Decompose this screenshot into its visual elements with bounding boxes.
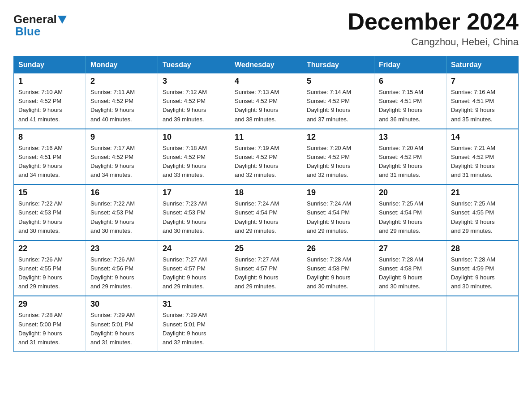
day-info: Sunrise: 7:27 AM Sunset: 4:57 PM Dayligh…	[163, 256, 207, 290]
calendar-cell: 12 Sunrise: 7:20 AM Sunset: 4:52 PM Dayl…	[302, 129, 374, 185]
calendar-cell: 31 Sunrise: 7:29 AM Sunset: 5:01 PM Dayl…	[158, 296, 230, 351]
calendar-cell	[302, 296, 374, 351]
calendar-cell: 15 Sunrise: 7:22 AM Sunset: 4:53 PM Dayl…	[14, 184, 86, 240]
day-info: Sunrise: 7:24 AM Sunset: 4:54 PM Dayligh…	[235, 200, 279, 234]
calendar-cell: 30 Sunrise: 7:29 AM Sunset: 5:01 PM Dayl…	[86, 296, 158, 351]
calendar-cell: 1 Sunrise: 7:10 AM Sunset: 4:52 PM Dayli…	[14, 73, 86, 129]
day-number: 8	[18, 133, 81, 142]
day-number: 28	[451, 244, 514, 253]
day-info: Sunrise: 7:12 AM Sunset: 4:52 PM Dayligh…	[163, 89, 207, 122]
day-info: Sunrise: 7:18 AM Sunset: 4:52 PM Dayligh…	[163, 145, 207, 178]
calendar-cell	[374, 296, 446, 351]
calendar-cell: 3 Sunrise: 7:12 AM Sunset: 4:52 PM Dayli…	[158, 73, 230, 129]
day-info: Sunrise: 7:28 AM Sunset: 4:58 PM Dayligh…	[307, 256, 351, 290]
day-number: 2	[90, 77, 153, 86]
logo-triangle-icon	[58, 16, 67, 24]
day-number: 23	[90, 244, 153, 253]
calendar-week-row: 29 Sunrise: 7:28 AM Sunset: 5:00 PM Dayl…	[14, 296, 519, 351]
day-info: Sunrise: 7:15 AM Sunset: 4:51 PM Dayligh…	[379, 89, 423, 122]
calendar-week-row: 22 Sunrise: 7:26 AM Sunset: 4:55 PM Dayl…	[14, 240, 519, 296]
day-info: Sunrise: 7:29 AM Sunset: 5:01 PM Dayligh…	[90, 312, 135, 345]
day-number: 29	[18, 300, 81, 309]
calendar-cell: 22 Sunrise: 7:26 AM Sunset: 4:55 PM Dayl…	[14, 240, 86, 296]
calendar-cell: 25 Sunrise: 7:27 AM Sunset: 4:57 PM Dayl…	[230, 240, 302, 296]
day-info: Sunrise: 7:22 AM Sunset: 4:53 PM Dayligh…	[18, 200, 63, 234]
day-number: 9	[90, 133, 153, 142]
day-number: 6	[379, 77, 442, 86]
day-info: Sunrise: 7:24 AM Sunset: 4:54 PM Dayligh…	[307, 200, 351, 234]
calendar-cell: 2 Sunrise: 7:11 AM Sunset: 4:52 PM Dayli…	[86, 73, 158, 129]
day-info: Sunrise: 7:27 AM Sunset: 4:57 PM Dayligh…	[235, 256, 279, 290]
day-number: 16	[90, 188, 153, 197]
calendar-cell	[230, 296, 302, 351]
day-info: Sunrise: 7:22 AM Sunset: 4:53 PM Dayligh…	[90, 200, 135, 234]
day-info: Sunrise: 7:29 AM Sunset: 5:01 PM Dayligh…	[163, 312, 207, 345]
day-number: 25	[235, 244, 297, 253]
column-header-friday: Friday	[374, 56, 446, 74]
column-header-thursday: Thursday	[302, 56, 374, 74]
calendar-cell: 6 Sunrise: 7:15 AM Sunset: 4:51 PM Dayli…	[374, 73, 446, 129]
calendar-cell: 9 Sunrise: 7:17 AM Sunset: 4:52 PM Dayli…	[86, 129, 158, 185]
calendar-table: SundayMondayTuesdayWednesdayThursdayFrid…	[13, 56, 519, 352]
day-number: 18	[235, 188, 297, 197]
day-info: Sunrise: 7:26 AM Sunset: 4:55 PM Dayligh…	[18, 256, 63, 290]
calendar-cell: 14 Sunrise: 7:21 AM Sunset: 4:52 PM Dayl…	[446, 129, 519, 185]
day-number: 15	[18, 188, 81, 197]
day-info: Sunrise: 7:28 AM Sunset: 4:59 PM Dayligh…	[451, 256, 495, 290]
day-info: Sunrise: 7:16 AM Sunset: 4:51 PM Dayligh…	[18, 145, 63, 178]
calendar-cell: 19 Sunrise: 7:24 AM Sunset: 4:54 PM Dayl…	[302, 184, 374, 240]
day-info: Sunrise: 7:17 AM Sunset: 4:52 PM Dayligh…	[90, 145, 135, 178]
calendar-cell: 10 Sunrise: 7:18 AM Sunset: 4:52 PM Dayl…	[158, 129, 230, 185]
day-info: Sunrise: 7:11 AM Sunset: 4:52 PM Dayligh…	[90, 89, 135, 122]
day-info: Sunrise: 7:23 AM Sunset: 4:53 PM Dayligh…	[163, 200, 207, 234]
day-info: Sunrise: 7:28 AM Sunset: 5:00 PM Dayligh…	[18, 312, 63, 345]
day-number: 4	[235, 77, 297, 86]
calendar-header-row: SundayMondayTuesdayWednesdayThursdayFrid…	[14, 56, 519, 74]
day-number: 12	[307, 133, 369, 142]
calendar-cell: 20 Sunrise: 7:25 AM Sunset: 4:54 PM Dayl…	[374, 184, 446, 240]
day-number: 11	[235, 133, 297, 142]
calendar-week-row: 8 Sunrise: 7:16 AM Sunset: 4:51 PM Dayli…	[14, 129, 519, 185]
location-subtitle: Cangzhou, Hebei, China	[348, 36, 519, 48]
day-info: Sunrise: 7:14 AM Sunset: 4:52 PM Dayligh…	[307, 89, 351, 122]
title-area: December 2024 Cangzhou, Hebei, China	[348, 9, 519, 48]
calendar-cell: 17 Sunrise: 7:23 AM Sunset: 4:53 PM Dayl…	[158, 184, 230, 240]
page-header: General Blue December 2024 Cangzhou, Heb…	[13, 9, 519, 48]
day-info: Sunrise: 7:16 AM Sunset: 4:51 PM Dayligh…	[451, 89, 495, 122]
day-number: 31	[163, 300, 225, 309]
day-info: Sunrise: 7:20 AM Sunset: 4:52 PM Dayligh…	[307, 145, 351, 178]
logo: General Blue	[13, 13, 68, 39]
calendar-cell: 13 Sunrise: 7:20 AM Sunset: 4:52 PM Dayl…	[374, 129, 446, 185]
calendar-cell: 18 Sunrise: 7:24 AM Sunset: 4:54 PM Dayl…	[230, 184, 302, 240]
column-header-tuesday: Tuesday	[158, 56, 230, 74]
day-info: Sunrise: 7:26 AM Sunset: 4:56 PM Dayligh…	[90, 256, 135, 290]
day-info: Sunrise: 7:13 AM Sunset: 4:52 PM Dayligh…	[235, 89, 279, 122]
column-header-wednesday: Wednesday	[230, 56, 302, 74]
calendar-cell: 16 Sunrise: 7:22 AM Sunset: 4:53 PM Dayl…	[86, 184, 158, 240]
day-number: 14	[451, 133, 514, 142]
calendar-week-row: 1 Sunrise: 7:10 AM Sunset: 4:52 PM Dayli…	[14, 73, 519, 129]
column-header-sunday: Sunday	[14, 56, 86, 74]
calendar-cell: 26 Sunrise: 7:28 AM Sunset: 4:58 PM Dayl…	[302, 240, 374, 296]
day-number: 24	[163, 244, 225, 253]
day-info: Sunrise: 7:21 AM Sunset: 4:52 PM Dayligh…	[451, 145, 495, 178]
calendar-week-row: 15 Sunrise: 7:22 AM Sunset: 4:53 PM Dayl…	[14, 184, 519, 240]
calendar-cell: 27 Sunrise: 7:28 AM Sunset: 4:58 PM Dayl…	[374, 240, 446, 296]
calendar-cell: 28 Sunrise: 7:28 AM Sunset: 4:59 PM Dayl…	[446, 240, 519, 296]
day-number: 27	[379, 244, 442, 253]
day-number: 19	[307, 188, 369, 197]
day-number: 7	[451, 77, 514, 86]
day-number: 30	[90, 300, 153, 309]
day-info: Sunrise: 7:20 AM Sunset: 4:52 PM Dayligh…	[379, 145, 423, 178]
day-number: 13	[379, 133, 442, 142]
calendar-cell: 7 Sunrise: 7:16 AM Sunset: 4:51 PM Dayli…	[446, 73, 519, 129]
calendar-cell: 23 Sunrise: 7:26 AM Sunset: 4:56 PM Dayl…	[86, 240, 158, 296]
day-info: Sunrise: 7:28 AM Sunset: 4:58 PM Dayligh…	[379, 256, 423, 290]
calendar-cell	[446, 296, 519, 351]
day-number: 21	[451, 188, 514, 197]
day-number: 26	[307, 244, 369, 253]
day-info: Sunrise: 7:25 AM Sunset: 4:55 PM Dayligh…	[451, 200, 495, 234]
calendar-cell: 4 Sunrise: 7:13 AM Sunset: 4:52 PM Dayli…	[230, 73, 302, 129]
calendar-cell: 21 Sunrise: 7:25 AM Sunset: 4:55 PM Dayl…	[446, 184, 519, 240]
calendar-cell: 24 Sunrise: 7:27 AM Sunset: 4:57 PM Dayl…	[158, 240, 230, 296]
